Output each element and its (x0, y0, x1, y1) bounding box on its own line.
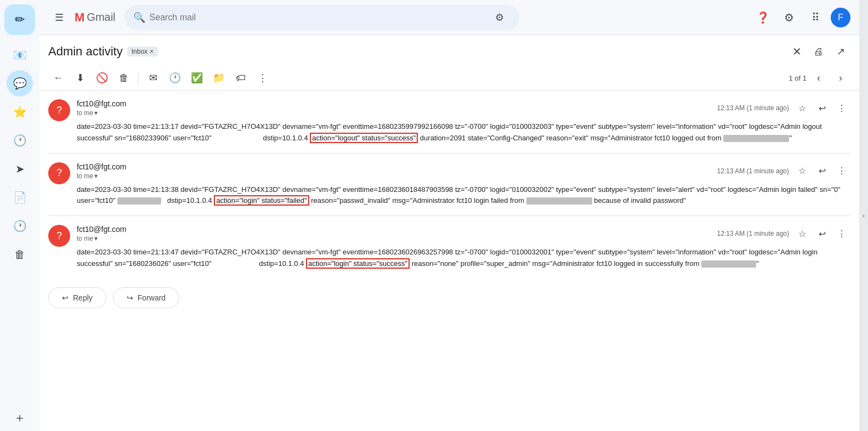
gmail-logo-text: Gmail (87, 11, 115, 24)
help-button[interactable]: ❓ (752, 7, 774, 29)
compose-button[interactable]: ✏ (4, 4, 35, 35)
email-text-1: date=2023-03-30 time=21:13:17 devid="FGT… (77, 121, 850, 144)
reply-button-1[interactable]: ↩ (813, 99, 831, 117)
thread-title-row: Admin activity Inbox × ✕ 🖨 ↗ (39, 35, 859, 66)
archive-button[interactable]: ⬇ (70, 68, 90, 88)
avatar-1: ? (48, 99, 70, 121)
settings-button[interactable]: ⚙ (778, 7, 800, 29)
reply-icon: ↩ (62, 293, 69, 302)
star-button-3[interactable]: ☆ (793, 225, 811, 242)
delete-button[interactable]: 🗑 (114, 68, 134, 88)
email-meta-1: fct10@fgt.com to me ▾ 12:13 AM (1 minute… (77, 99, 850, 117)
highlight-2: action="login" status="failed" (214, 195, 309, 206)
sidebar-send-icon[interactable]: ➤ (7, 156, 33, 182)
sidebar: ✏ 📧 💬 ⭐ 🕐 ➤ 📄 🕐 🗑 ＋ (0, 0, 39, 431)
inbox-badge: Inbox × (127, 47, 158, 56)
email-to-label-3: to me (77, 235, 93, 242)
email-time-1: 12:13 AM (1 minute ago) ☆ ↩ ⋮ (717, 99, 850, 117)
header-right: ❓ ⚙ ⠿ F (752, 7, 850, 29)
blurred-2b (526, 197, 592, 205)
email-sender-1: fct10@fgt.com (77, 99, 126, 108)
search-bar[interactable]: 🔍 ⚙ (124, 5, 519, 30)
next-email-button[interactable]: › (831, 68, 850, 88)
sidebar-draft-icon[interactable]: 📄 (7, 184, 33, 211)
email-meta-3: fct10@fgt.com to me ▾ 12:13 AM (1 minute… (77, 225, 850, 242)
email-to-label-2: to me (77, 172, 93, 180)
email-to-3[interactable]: to me ▾ (77, 235, 126, 242)
email-to-chevron-1: ▾ (94, 109, 98, 117)
email-actions-1: ☆ ↩ ⋮ (793, 99, 850, 117)
thread-title: Admin activity (48, 44, 123, 59)
label-button[interactable]: 🏷 (231, 68, 251, 88)
report-spam-button[interactable]: 🚫 (92, 68, 112, 88)
gmail-logo-m: M (75, 10, 84, 25)
reply-button-2[interactable]: ↩ (813, 162, 831, 180)
inbox-badge-label: Inbox (132, 48, 147, 55)
email-time-2: 12:13 AM (1 minute ago) ☆ ↩ ⋮ (717, 162, 850, 180)
star-button-1[interactable]: ☆ (793, 99, 811, 117)
search-icon: 🔍 (133, 12, 145, 24)
snooze-button[interactable]: 🕐 (165, 68, 185, 88)
pagination-info: 1 of 1 (788, 74, 807, 82)
more-actions-button[interactable]: ⋮ (253, 68, 273, 88)
inbox-badge-close[interactable]: × (150, 48, 154, 55)
compose-icon: ✏ (15, 13, 25, 27)
print-button[interactable]: 🖨 (809, 42, 829, 61)
email-to-chevron-3: ▾ (94, 235, 98, 242)
email-body-1: fct10@fgt.com to me ▾ 12:13 AM (1 minute… (77, 99, 850, 144)
search-filter-button[interactable]: ⚙ (489, 7, 510, 29)
sidebar-add-button[interactable]: ＋ (7, 405, 33, 431)
reply-button[interactable]: ↩ Reply (48, 287, 106, 308)
email-to-label-1: to me (77, 109, 93, 117)
star-button-2[interactable]: ☆ (793, 162, 811, 180)
apps-button[interactable]: ⠿ (804, 7, 826, 29)
sidebar-mail-icon[interactable]: 📧 (7, 42, 33, 68)
forward-label: Forward (138, 293, 166, 302)
forward-button[interactable]: ↪ Forward (113, 287, 179, 308)
email-to-1[interactable]: to me ▾ (77, 109, 126, 117)
email-sender-3: fct10@fgt.com (77, 225, 126, 234)
more-button-1[interactable]: ⋮ (833, 99, 850, 117)
email-time-3: 12:13 AM (1 minute ago) ☆ ↩ ⋮ (717, 225, 850, 242)
highlight-3: action="login" status="success" (306, 258, 410, 269)
avatar-3: ? (48, 225, 70, 247)
top-header: ☰ M Gmail 🔍 ⚙ ❓ ⚙ ⠿ F (39, 0, 859, 35)
right-collapse[interactable]: › (859, 0, 868, 431)
avatar[interactable]: F (831, 8, 850, 27)
sidebar-starred-icon[interactable]: ⭐ (7, 99, 33, 125)
gmail-logo: M Gmail (75, 10, 116, 25)
reply-button-3[interactable]: ↩ (813, 225, 831, 242)
sidebar-trash-icon[interactable]: 🗑 (7, 241, 33, 268)
add-task-button[interactable]: ✅ (187, 68, 207, 88)
email-to-2[interactable]: to me ▾ (77, 172, 126, 180)
email-text-2: date=2023-03-30 time=21:13:38 devid="FGT… (77, 184, 850, 207)
reply-label: Reply (73, 293, 93, 302)
email-body-2: fct10@fgt.com to me ▾ 12:13 AM (1 minute… (77, 162, 850, 207)
highlight-1: action="logout" status="success" (310, 133, 418, 143)
move-button[interactable]: 📁 (209, 68, 229, 88)
prev-email-button[interactable]: ‹ (809, 68, 829, 88)
email-actions-2: ☆ ↩ ⋮ (793, 162, 850, 180)
thread-toolbar: ← ⬇ 🚫 🗑 ✉ 🕐 ✅ 📁 🏷 ⋮ 1 of 1 ‹ › (39, 66, 859, 90)
sidebar-chat-icon[interactable]: 💬 (7, 70, 33, 97)
blurred-2a (117, 197, 161, 205)
sidebar-scheduled-icon[interactable]: 🕐 (7, 213, 33, 239)
avatar-2: ? (48, 162, 70, 184)
sidebar-snooze-icon[interactable]: 🕐 (7, 127, 33, 154)
close-thread-button[interactable]: ✕ (787, 42, 807, 61)
email-timestamp-2: 12:13 AM (1 minute ago) (717, 167, 789, 175)
email-actions-3: ☆ ↩ ⋮ (793, 225, 850, 242)
hamburger-button[interactable]: ☰ (48, 7, 70, 29)
email-message: ? fct10@fgt.com to me ▾ 12:13 AM (1 minu… (48, 90, 850, 154)
more-button-3[interactable]: ⋮ (833, 225, 850, 242)
more-button-2[interactable]: ⋮ (833, 162, 850, 180)
open-in-new-button[interactable]: ↗ (831, 42, 850, 61)
collapse-icon: › (863, 213, 864, 219)
search-input[interactable] (150, 13, 484, 22)
action-buttons: ↩ Reply ↪ Forward (48, 279, 850, 313)
mark-unread-button[interactable]: ✉ (143, 68, 163, 88)
email-area: Admin activity Inbox × ✕ 🖨 ↗ ← ⬇ 🚫 🗑 ✉ 🕐… (39, 35, 859, 431)
forward-icon: ↪ (127, 293, 133, 302)
email-timestamp-1: 12:13 AM (1 minute ago) (717, 104, 789, 112)
back-button[interactable]: ← (48, 68, 68, 88)
